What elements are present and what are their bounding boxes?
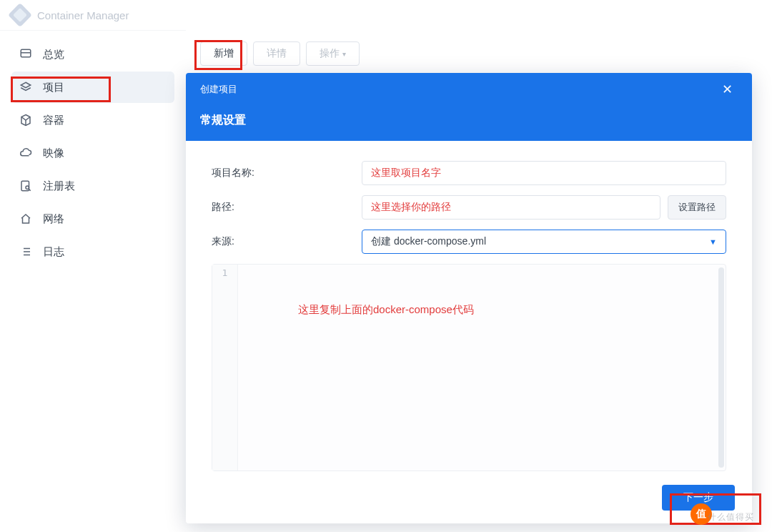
sidebar-item-label: 容器 [43, 114, 64, 127]
path-input[interactable] [362, 195, 660, 220]
code-editor[interactable]: 1 这里复制上面的docker-compose代码 [212, 264, 726, 471]
modal-title: 创建项目 [200, 83, 237, 96]
sidebar-item-label: 网络 [43, 212, 64, 226]
svg-point-2 [26, 186, 29, 189]
sidebar-item-network[interactable]: 网络 [11, 203, 174, 235]
source-select[interactable]: 创建 docker-compose.yml ▼ [362, 230, 726, 254]
editor-hint: 这里复制上面的docker-compose代码 [298, 303, 474, 317]
sidebar-item-label: 映像 [43, 147, 64, 160]
source-label: 来源: [212, 235, 362, 248]
network-icon [19, 212, 33, 226]
set-path-button[interactable]: 设置路径 [668, 195, 726, 220]
sidebar-item-log[interactable]: 日志 [11, 236, 174, 267]
scrollbar[interactable] [718, 267, 724, 468]
sidebar: 总览 项目 容器 映像 注册表 网络 日志 [0, 30, 186, 532]
sidebar-item-label: 总览 [43, 48, 64, 61]
modal-section-title: 常规设置 [200, 103, 738, 141]
sidebar-item-overview[interactable]: 总览 [11, 39, 174, 70]
cloud-icon [19, 146, 33, 160]
chevron-down-icon: ▼ [709, 237, 717, 246]
toolbar: 新增 详情 操作▾ [186, 30, 772, 72]
add-button[interactable]: 新增 [200, 41, 247, 66]
actions-label: 操作 [320, 47, 340, 60]
close-icon[interactable]: ✕ [716, 80, 738, 99]
sidebar-item-registry[interactable]: 注册表 [11, 170, 174, 202]
project-name-input[interactable] [362, 161, 726, 185]
path-label: 路径: [212, 201, 362, 214]
actions-button[interactable]: 操作▾ [306, 41, 360, 66]
layers-icon [19, 80, 33, 94]
sidebar-item-label: 项目 [43, 81, 64, 94]
create-project-modal: 创建项目 ✕ 常规设置 项目名称: 路径: 设置路径 来源: 创建 docker… [186, 73, 752, 523]
watermark-text: 什么值得买 [708, 511, 772, 523]
search-doc-icon [19, 179, 33, 193]
cube-icon [19, 113, 33, 127]
sidebar-item-project[interactable]: 项目 [11, 72, 174, 103]
app-title: Container Manager [37, 9, 129, 21]
sidebar-item-container[interactable]: 容器 [11, 104, 174, 136]
sidebar-item-image[interactable]: 映像 [11, 137, 174, 169]
chevron-down-icon: ▾ [342, 50, 346, 58]
project-name-label: 项目名称: [212, 167, 362, 179]
list-icon [19, 245, 33, 259]
line-number: 1 [222, 267, 228, 278]
app-logo [8, 3, 32, 27]
sidebar-item-label: 注册表 [43, 179, 75, 193]
dashboard-icon [19, 47, 33, 61]
detail-button[interactable]: 详情 [253, 41, 300, 66]
line-gutter: 1 [212, 265, 238, 471]
source-value: 创建 docker-compose.yml [371, 235, 486, 248]
sidebar-item-label: 日志 [43, 245, 64, 259]
